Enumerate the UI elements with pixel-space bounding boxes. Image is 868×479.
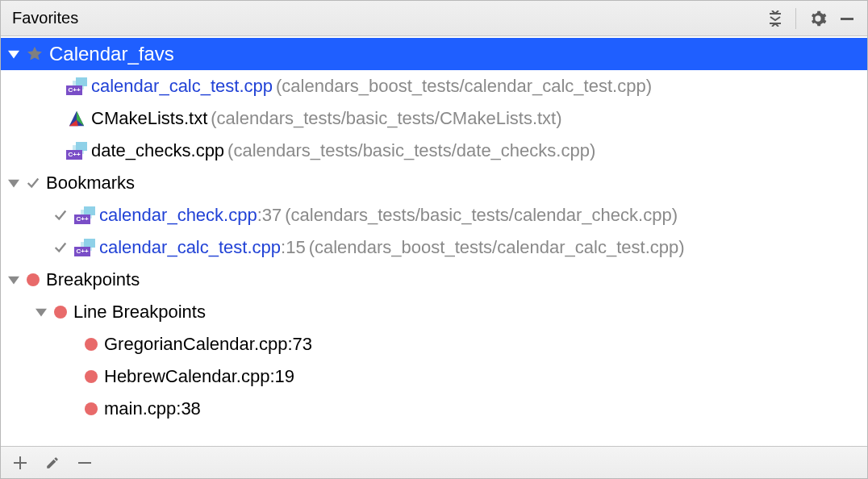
cpp-file-icon: C++ (73, 206, 96, 225)
breakpoint-label: HebrewCalendar.cpp:19 (104, 366, 294, 387)
expand-arrow-icon[interactable] (6, 175, 22, 191)
hide-icon[interactable] (835, 6, 859, 31)
breakpoint-dot-icon (51, 302, 70, 322)
favorite-item[interactable]: C++ date_checks.cpp (calendars_tests/bas… (1, 135, 867, 167)
cpp-file-icon: C++ (73, 238, 96, 257)
file-name: calendar_check.cpp (99, 205, 257, 226)
cpp-file-icon: C++ (65, 141, 88, 160)
cmake-file-icon (65, 109, 88, 128)
bookmark-check-icon (23, 173, 43, 193)
favorite-item[interactable]: C++ calendar_calc_test.cpp (calendars_bo… (1, 70, 867, 102)
collapse-all-icon[interactable] (763, 6, 787, 31)
svg-rect-1 (78, 462, 91, 464)
panel-title: Favorites (12, 9, 78, 27)
line-number: :37 (257, 205, 282, 226)
favorites-tree[interactable]: Calendar_favs C++ calendar_calc_test.cpp… (1, 36, 867, 446)
cpp-file-icon: C++ (65, 77, 88, 96)
file-name: date_checks.cpp (91, 140, 224, 161)
expand-arrow-icon[interactable] (6, 46, 22, 62)
bookmark-check-icon (51, 206, 70, 225)
file-path: (calendars_tests/basic_tests/CMakeLists.… (211, 108, 561, 129)
breakpoint-label: main.cpp:38 (104, 398, 201, 419)
file-path: (calendars_boost_tests/calendar_calc_tes… (276, 76, 652, 97)
file-path: (calendars_tests/basic_tests/calendar_ch… (285, 205, 678, 226)
gear-icon[interactable] (806, 6, 830, 31)
breakpoint-item[interactable]: HebrewCalendar.cpp:19 (1, 360, 867, 393)
add-button[interactable] (7, 450, 33, 476)
favorites-panel: Favorites Calend (0, 0, 868, 479)
line-breakpoints-label: Line Breakpoints (73, 302, 206, 323)
breakpoint-dot-icon (81, 399, 101, 419)
expand-arrow-icon[interactable] (33, 304, 49, 320)
breakpoints-label: Breakpoints (46, 269, 140, 290)
breakpoint-item[interactable]: GregorianCalendar.cpp:73 (1, 328, 867, 360)
bookmarks-node[interactable]: Bookmarks (1, 167, 867, 199)
line-number: :15 (281, 237, 306, 258)
breakpoints-node[interactable]: Breakpoints (1, 264, 867, 296)
favorite-item[interactable]: CMakeLists.txt (calendars_tests/basic_te… (1, 102, 867, 135)
bookmark-item[interactable]: C++ calendar_calc_test.cpp:15 (calendars… (1, 231, 867, 264)
file-path: (calendars_boost_tests/calendar_calc_tes… (309, 237, 685, 258)
breakpoint-dot-icon (81, 367, 101, 386)
edit-button[interactable] (40, 450, 65, 476)
panel-header: Favorites (1, 1, 867, 36)
bookmark-check-icon (51, 238, 70, 257)
breakpoint-dot-icon (81, 335, 101, 354)
favorites-list-label: Calendar_favs (49, 43, 174, 65)
bookmarks-label: Bookmarks (46, 173, 135, 194)
remove-button[interactable] (72, 450, 98, 476)
separator (795, 8, 796, 29)
breakpoint-item[interactable]: main.cpp:38 (1, 393, 867, 425)
breakpoint-dot-icon (23, 270, 43, 289)
bookmark-item[interactable]: C++ calendar_check.cpp:37 (calendars_tes… (1, 199, 867, 231)
panel-footer (1, 446, 867, 478)
favorites-list-node[interactable]: Calendar_favs (1, 38, 867, 70)
file-path: (calendars_tests/basic_tests/date_checks… (227, 140, 595, 161)
line-breakpoints-node[interactable]: Line Breakpoints (1, 296, 867, 328)
star-icon (23, 44, 46, 64)
expand-arrow-icon[interactable] (6, 272, 22, 288)
svg-rect-0 (841, 18, 853, 20)
file-name: CMakeLists.txt (91, 108, 207, 129)
breakpoint-label: GregorianCalendar.cpp:73 (104, 334, 312, 355)
file-name: calendar_calc_test.cpp (91, 76, 273, 97)
file-name: calendar_calc_test.cpp (99, 237, 281, 258)
